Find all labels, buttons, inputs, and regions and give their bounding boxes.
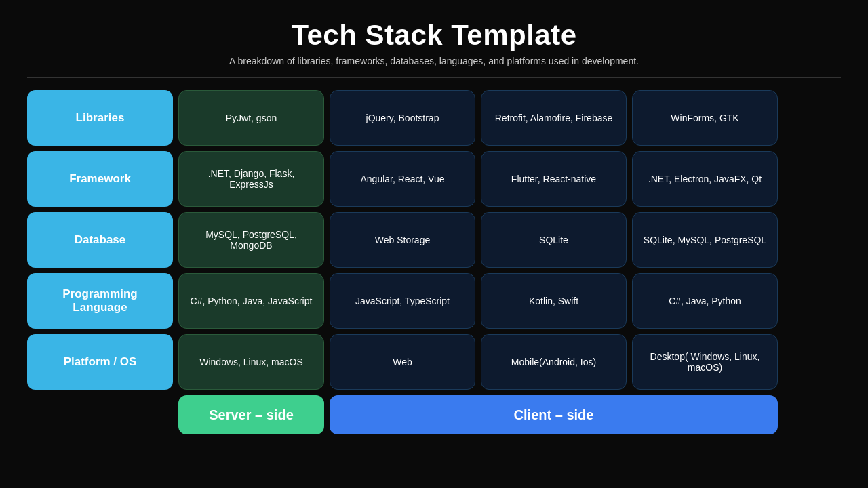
- framework-server: .NET, Django, Flask, ExpressJs: [178, 151, 324, 207]
- platform-desktop: Desktop( Windows, Linux, macOS): [632, 334, 778, 390]
- libraries-mobile: Retrofit, Alamofire, Firebase: [481, 90, 627, 146]
- database-server: MySQL, PostgreSQL, MongoDB: [178, 212, 324, 268]
- row-label-framework: Framework: [27, 151, 173, 207]
- database-desktop: SQLite, MySQL, PostgreSQL: [632, 212, 778, 268]
- footer-server-label: Server – side: [178, 395, 324, 434]
- tech-stack-grid: Libraries PyJwt, gson jQuery, Bootstrap …: [27, 90, 841, 434]
- platform-server: Windows, Linux, macOS: [178, 334, 324, 390]
- platform-mobile: Mobile(Android, Ios): [481, 334, 627, 390]
- row-label-libraries: Libraries: [27, 90, 173, 146]
- row-label-database: Database: [27, 212, 173, 268]
- language-desktop: C#, Java, Python: [632, 273, 778, 329]
- page-subtitle: A breakdown of libraries, frameworks, da…: [229, 56, 639, 66]
- language-mobile: Kotlin, Swift: [481, 273, 627, 329]
- framework-web: Angular, React, Vue: [330, 151, 475, 207]
- row-label-platform-os: Platform / OS: [27, 334, 173, 390]
- database-web: Web Storage: [330, 212, 475, 268]
- platform-web: Web: [330, 334, 475, 390]
- libraries-web: jQuery, Bootstrap: [330, 90, 475, 146]
- footer-client-label: Client – side: [330, 395, 778, 434]
- language-server: C#, Python, Java, JavaScript: [178, 273, 324, 329]
- page-header: Tech Stack Template A breakdown of libra…: [229, 19, 639, 66]
- database-mobile: SQLite: [481, 212, 627, 268]
- row-label-programming-language: Programming Language: [27, 273, 173, 329]
- framework-mobile: Flutter, React-native: [481, 151, 627, 207]
- framework-desktop: .NET, Electron, JavaFX, Qt: [632, 151, 778, 207]
- libraries-desktop: WinForms, GTK: [632, 90, 778, 146]
- language-web: JavaScript, TypeScript: [330, 273, 475, 329]
- divider: [27, 77, 841, 78]
- libraries-server: PyJwt, gson: [178, 90, 324, 146]
- page-title: Tech Stack Template: [229, 19, 639, 52]
